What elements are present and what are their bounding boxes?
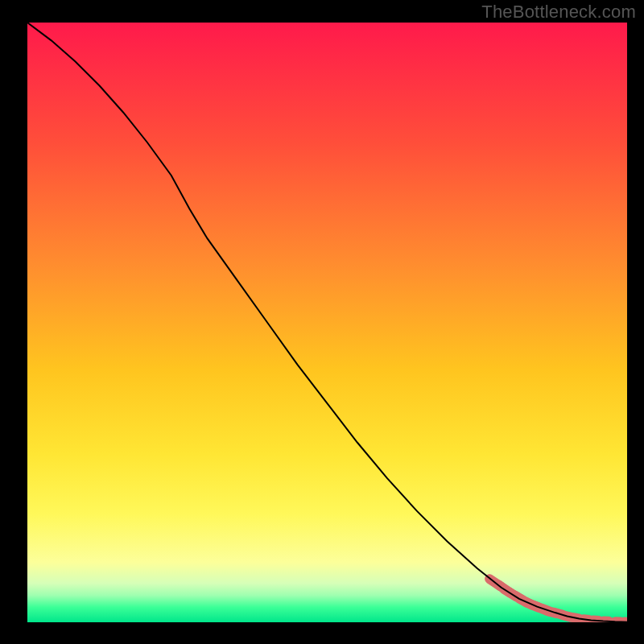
watermark-text: TheBottleneck.com bbox=[481, 2, 636, 23]
chart-plot bbox=[27, 23, 627, 622]
chart-svg bbox=[27, 23, 627, 622]
chart-frame: TheBottleneck.com bbox=[0, 0, 644, 644]
gradient-rect bbox=[27, 23, 627, 622]
